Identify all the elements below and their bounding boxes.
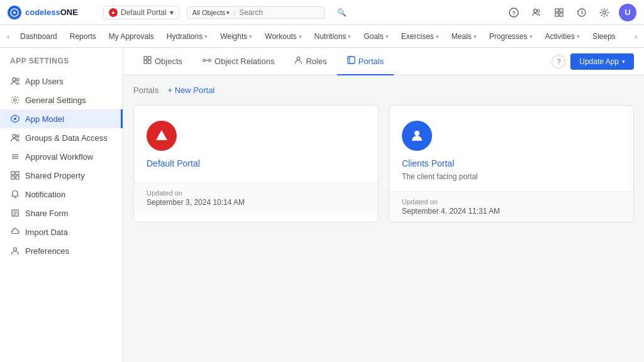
new-portal-button[interactable]: + New Portal: [167, 85, 214, 95]
chevron-down-icon: ▾: [474, 33, 477, 40]
svg-rect-6: [555, 9, 558, 12]
portal-name-clients[interactable]: Clients Portal: [402, 158, 621, 168]
nav-sleeps[interactable]: Sleeps: [586, 25, 622, 48]
nav-hydrations[interactable]: Hydrations ▾: [160, 25, 214, 48]
nav-meals[interactable]: Meals ▾: [445, 25, 483, 48]
svg-point-39: [414, 131, 419, 136]
objects-tab-icon: [143, 56, 152, 66]
sidebar-item-groups-data-access[interactable]: Groups & Data Access: [0, 128, 123, 147]
chevron-down-icon: ▾: [386, 33, 389, 40]
help-button[interactable]: ?: [506, 4, 522, 21]
svg-text:?: ?: [512, 10, 516, 16]
chevron-down-icon: ▾: [530, 33, 533, 40]
portal-card-default[interactable]: Default Portal Updated on September 3, 2…: [133, 105, 379, 222]
svg-point-37: [297, 57, 300, 60]
tab-objects[interactable]: Objects: [133, 48, 192, 75]
sidebar-item-share-form[interactable]: Share Form: [0, 204, 123, 222]
search-bar[interactable]: All Objects ▾ | 🔍: [187, 6, 325, 19]
chevron-down-icon: ▾: [204, 33, 208, 40]
portal-avatar-clients: [402, 121, 432, 151]
sidebar-item-label: Groups & Data Access: [25, 133, 108, 143]
tab-label: Portals: [358, 57, 384, 66]
sidebar-item-label: Notification: [25, 190, 65, 199]
portals-breadcrumb[interactable]: Portals: [133, 85, 158, 95]
bell-icon: [10, 189, 20, 199]
nav-weights[interactable]: Weights ▾: [214, 25, 258, 48]
users-button[interactable]: [528, 4, 545, 21]
settings-button[interactable]: [596, 4, 613, 21]
groups-icon: [10, 133, 20, 143]
svg-rect-33: [144, 61, 147, 64]
sidebar-item-app-users[interactable]: App Users: [0, 72, 123, 90]
sidebar-item-label: Preferences: [25, 246, 69, 256]
history-button[interactable]: [574, 4, 590, 21]
svg-point-30: [14, 248, 17, 251]
nav-workouts[interactable]: Workouts ▾: [258, 25, 308, 48]
portal-dropdown-icon: ▾: [170, 8, 174, 17]
portal-name-default[interactable]: Default Portal: [147, 158, 365, 168]
svg-rect-9: [560, 13, 563, 16]
svg-point-18: [16, 134, 19, 137]
svg-rect-38: [348, 57, 355, 63]
svg-point-11: [603, 11, 606, 14]
sidebar-item-notification[interactable]: Notification: [0, 185, 123, 204]
portal-updated-label: Updated on: [147, 189, 365, 197]
logo-icon: [8, 6, 21, 19]
nav-progresses[interactable]: Progresses ▾: [483, 25, 539, 48]
nav-left-arrow[interactable]: ‹: [3, 25, 14, 48]
tab-roles[interactable]: Roles: [284, 48, 336, 75]
svg-rect-34: [148, 61, 152, 64]
update-app-button[interactable]: Update App ▾: [570, 53, 634, 70]
nav-exercises[interactable]: Exercises ▾: [395, 25, 445, 48]
portal-card-footer: Updated on September 4, 2024 11:31 AM: [389, 191, 633, 222]
main-layout: App Settings App Users General Settings: [0, 48, 644, 362]
tabs-actions: ? Update App ▾: [552, 53, 634, 70]
user-avatar[interactable]: U: [619, 4, 636, 21]
grid-button[interactable]: [551, 4, 567, 21]
sidebar-item-label: Share Form: [25, 209, 69, 218]
portal-card-clients[interactable]: Clients Portal The client facing portal …: [389, 105, 634, 222]
top-navbar: codelessONE ▲ Default Portal ▾ All Objec…: [0, 0, 644, 25]
sidebar: App Settings App Users General Settings: [0, 48, 123, 362]
sidebar-item-label: General Settings: [25, 96, 86, 105]
portal-updated-date: September 3, 2024 10:14 AM: [147, 198, 365, 207]
cloud-icon: [10, 227, 20, 237]
sidebar-title: App Settings: [0, 57, 123, 72]
app-model-icon: [10, 114, 20, 124]
portal-selector[interactable]: ▲ Default Portal ▾: [103, 6, 179, 19]
sidebar-item-approval-workflow[interactable]: Approval Workflow: [0, 147, 123, 166]
sidebar-item-label: Import Data: [25, 228, 68, 237]
nav-reports[interactable]: Reports: [64, 25, 103, 48]
tabs-bar: Objects Object Relations: [123, 48, 644, 75]
sidebar-item-shared-property[interactable]: Shared Property: [0, 166, 123, 185]
roles-tab-icon: [294, 56, 303, 66]
portals-content: Portals + New Portal Default Portal: [123, 75, 644, 362]
svg-rect-25: [16, 176, 19, 179]
gear-icon: [10, 95, 20, 105]
portal-updated-date: September 4, 2024 11:31 AM: [402, 207, 621, 216]
nav-activities[interactable]: Activities ▾: [539, 25, 586, 48]
form-icon: [10, 208, 20, 218]
nav-nutritions[interactable]: Nutritions ▾: [308, 25, 358, 48]
sidebar-item-preferences[interactable]: Preferences: [0, 241, 123, 260]
sidebar-item-label: App Model: [25, 114, 64, 124]
portal-small-icon: ▲: [109, 8, 118, 17]
tab-portals[interactable]: Portals: [337, 48, 394, 75]
nav-right-arrow[interactable]: ›: [630, 25, 641, 48]
nav-dashboard[interactable]: Dashboard: [14, 25, 64, 48]
info-button[interactable]: ?: [552, 55, 565, 69]
chevron-down-icon: ▾: [577, 33, 580, 40]
sidebar-item-app-model[interactable]: App Model: [0, 109, 123, 128]
all-objects-dropdown[interactable]: All Objects ▾: [192, 9, 230, 16]
relations-tab-icon: [203, 57, 211, 66]
portal-avatar-default: [147, 121, 177, 151]
tab-object-relations[interactable]: Object Relations: [192, 48, 284, 75]
svg-point-4: [534, 9, 537, 12]
nav-goals[interactable]: Goals ▾: [357, 25, 394, 48]
sidebar-item-import-data[interactable]: Import Data: [0, 222, 123, 241]
svg-rect-31: [144, 57, 147, 60]
search-input[interactable]: [239, 8, 333, 17]
nav-my-approvals[interactable]: My Approvals: [103, 25, 160, 48]
sidebar-item-general-settings[interactable]: General Settings: [0, 90, 123, 109]
brand-name: codelessONE: [25, 8, 78, 17]
